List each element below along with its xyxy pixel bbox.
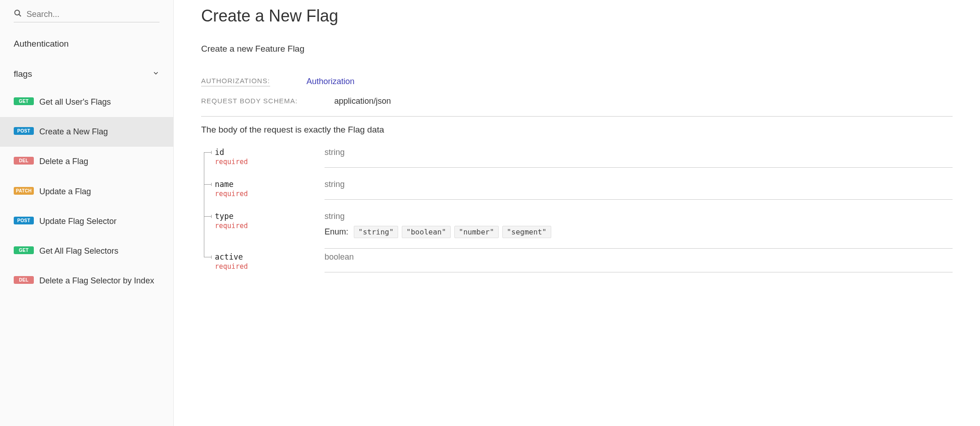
- sidebar-item-label: Create a New Flag: [39, 126, 108, 138]
- enum-row: Enum: "string" "boolean" "number" "segme…: [325, 226, 953, 238]
- sidebar-item-delete-a-flag-selector-by-index[interactable]: DEL Delete a Flag Selector by Index: [0, 266, 173, 296]
- sidebar-item-get-all-flag-selectors[interactable]: GET Get All Flag Selectors: [0, 236, 173, 266]
- enum-label: Enum:: [325, 227, 348, 237]
- tree-connector: [201, 180, 215, 212]
- request-body-description: The body of the request is exactly the F…: [201, 125, 953, 135]
- sidebar-item-label: Get All Flag Selectors: [39, 245, 118, 257]
- sidebar-item-delete-a-flag[interactable]: DEL Delete a Flag: [0, 147, 173, 176]
- property-name: type: [215, 212, 325, 221]
- main-content: Create a New Flag Create a new Feature F…: [174, 0, 980, 426]
- property-type: boolean: [325, 252, 953, 262]
- method-badge-del: DEL: [14, 276, 34, 284]
- schema-table: id required string name required string: [201, 148, 953, 284]
- tree-connector: [201, 252, 215, 284]
- property-name: active: [215, 252, 325, 261]
- enum-value: "boolean": [402, 226, 451, 238]
- page-description: Create a new Feature Flag: [201, 44, 953, 54]
- page-title: Create a New Flag: [201, 6, 953, 26]
- enum-value: "number": [454, 226, 499, 238]
- sidebar-item-update-flag-selector[interactable]: POST Update Flag Selector: [0, 207, 173, 236]
- sidebar-item-label: Delete a Flag Selector by Index: [39, 275, 154, 287]
- sidebar-heading-label: Authentication: [14, 39, 69, 49]
- schema-row-name: name required string: [201, 180, 953, 212]
- sidebar-heading-authentication[interactable]: Authentication: [0, 27, 173, 57]
- property-required: required: [215, 190, 325, 198]
- sidebar-item-create-a-new-flag[interactable]: POST Create a New Flag: [0, 117, 173, 147]
- sidebar-item-label: Update Flag Selector: [39, 216, 117, 227]
- property-type: string: [325, 212, 953, 221]
- enum-value: "segment": [502, 226, 551, 238]
- method-badge-del: DEL: [14, 157, 34, 165]
- property-name: id: [215, 148, 325, 157]
- chevron-down-icon: [152, 69, 160, 79]
- property-name: name: [215, 180, 325, 189]
- request-body-mime: application/json: [334, 96, 391, 106]
- schema-row-id: id required string: [201, 148, 953, 180]
- request-body-schema-row: REQUEST BODY SCHEMA: application/json: [201, 96, 953, 110]
- sidebar: Authentication flags GET Get all User's …: [0, 0, 174, 426]
- method-badge-patch: PATCH: [14, 187, 34, 195]
- method-badge-get: GET: [14, 97, 34, 105]
- authorizations-label: AUTHORIZATIONS:: [201, 77, 270, 86]
- sidebar-heading-flags[interactable]: flags: [0, 57, 173, 87]
- method-badge-post: POST: [14, 217, 34, 224]
- tree-connector: [201, 148, 215, 180]
- method-badge-get: GET: [14, 246, 34, 254]
- search-field[interactable]: [14, 9, 160, 22]
- svg-point-0: [15, 10, 20, 15]
- property-required: required: [215, 222, 325, 230]
- property-required: required: [215, 262, 325, 271]
- tree-connector: [201, 212, 215, 252]
- property-type: string: [325, 148, 953, 157]
- schema-row-type: type required string Enum: "string" "boo…: [201, 212, 953, 252]
- property-type: string: [325, 180, 953, 189]
- divider: [201, 116, 953, 117]
- enum-value: "string": [354, 226, 398, 238]
- request-body-schema-label: REQUEST BODY SCHEMA:: [201, 97, 298, 106]
- search-container: [0, 4, 173, 27]
- authorizations-row: AUTHORIZATIONS: Authorization: [201, 77, 953, 90]
- property-required: required: [215, 158, 325, 166]
- schema-row-active: active required boolean: [201, 252, 953, 284]
- sidebar-item-label: Get all User's Flags: [39, 96, 111, 108]
- search-input[interactable]: [27, 10, 160, 19]
- sidebar-item-label: Update a Flag: [39, 186, 91, 197]
- sidebar-heading-label: flags: [14, 69, 32, 79]
- authorization-link[interactable]: Authorization: [307, 77, 355, 86]
- sidebar-item-label: Delete a Flag: [39, 156, 88, 167]
- search-icon: [14, 9, 22, 19]
- method-badge-post: POST: [14, 127, 34, 135]
- sidebar-item-get-all-users-flags[interactable]: GET Get all User's Flags: [0, 87, 173, 117]
- sidebar-item-update-a-flag[interactable]: PATCH Update a Flag: [0, 177, 173, 207]
- svg-line-1: [19, 14, 21, 16]
